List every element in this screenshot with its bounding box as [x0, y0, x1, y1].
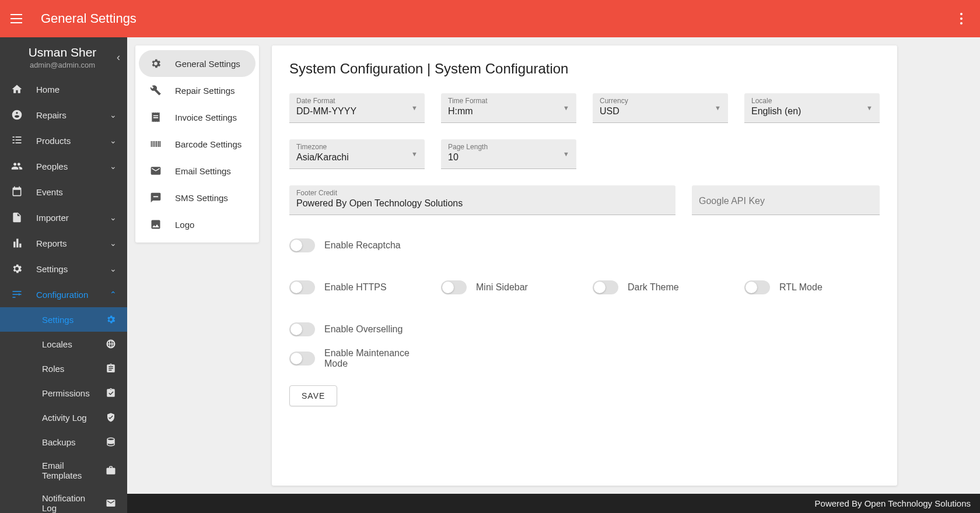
products-icon: [10, 134, 23, 147]
settings-nav-general[interactable]: General Settings: [139, 50, 256, 77]
gear-icon: [149, 57, 162, 70]
chevron-down-icon: ▼: [563, 104, 569, 111]
sidebar-item-importer[interactable]: Importer ⌄: [0, 205, 127, 230]
chevron-down-icon: ⌄: [110, 238, 117, 248]
mini-sidebar-toggle[interactable]: [441, 280, 467, 294]
sliders-icon: [10, 288, 23, 301]
sidebar-sub-settings[interactable]: Settings: [0, 307, 127, 332]
settings-nav-barcode[interactable]: Barcode Settings: [139, 131, 256, 157]
chevron-down-icon: ⌄: [110, 264, 117, 273]
chevron-down-icon: ⌄: [110, 136, 117, 145]
sidebar-item-settings[interactable]: Settings ⌄: [0, 256, 127, 282]
settings-nav-repair[interactable]: Repair Settings: [139, 77, 256, 104]
settings-nav-logo[interactable]: Logo: [139, 211, 256, 238]
clipboard-icon: [105, 363, 117, 374]
menu-icon[interactable]: [10, 10, 27, 27]
home-icon: [10, 83, 23, 96]
chevron-down-icon: ⌄: [110, 110, 117, 120]
sidebar-item-products[interactable]: Products ⌄: [0, 128, 127, 153]
sidebar-sub-notification-log[interactable]: Notification Log: [0, 487, 127, 513]
sidebar-sub-email-templates[interactable]: Email Templates: [0, 454, 127, 487]
sidebar-item-home[interactable]: Home: [0, 76, 127, 102]
chart-icon: [10, 237, 23, 250]
https-toggle[interactable]: [289, 280, 315, 294]
receipt-icon: [149, 111, 162, 124]
gear-icon: [105, 314, 117, 325]
sidebar: Usman Sher admin@admin.com ‹ Home Repair…: [0, 37, 127, 513]
sidebar-sub-locales[interactable]: Locales: [0, 332, 127, 356]
shield-icon: [105, 412, 117, 423]
settings-nav-email[interactable]: Email Settings: [139, 157, 256, 184]
database-icon: [105, 436, 117, 448]
clipboard-check-icon: [105, 387, 117, 399]
sidebar-item-repairs[interactable]: Repairs ⌄: [0, 102, 127, 128]
page-title: General Settings: [41, 11, 136, 26]
mail-icon: [105, 497, 117, 509]
footer-credit-input[interactable]: Footer Credit Powered By Open Technology…: [289, 185, 676, 215]
user-name: Usman Sher: [8, 45, 117, 59]
sidebar-item-configuration[interactable]: Configuration ⌃: [0, 282, 127, 307]
barcode-icon: [149, 138, 162, 150]
google-api-input[interactable]: Google API Key: [692, 185, 880, 215]
settings-nav-invoice[interactable]: Invoice Settings: [139, 104, 256, 131]
chevron-down-icon: ⌄: [110, 161, 117, 171]
mail-icon: [149, 164, 162, 177]
footer-credit: Powered By Open Technology Solutions: [127, 494, 980, 513]
wrench-icon: [149, 84, 162, 97]
overselling-toggle[interactable]: [289, 322, 315, 336]
dark-theme-toggle[interactable]: [593, 280, 618, 294]
timezone-select[interactable]: Timezone Asia/Karachi ▼: [289, 139, 425, 169]
chevron-down-icon: ▼: [866, 104, 873, 111]
sms-icon: [149, 191, 162, 204]
more-icon[interactable]: [953, 10, 970, 27]
people-icon: [10, 160, 23, 173]
card-title: System Configuration | System Configurat…: [289, 61, 880, 77]
image-icon: [149, 218, 162, 231]
save-button[interactable]: SAVE: [289, 385, 337, 406]
recaptcha-toggle[interactable]: [289, 238, 315, 252]
sidebar-sub-activity-log[interactable]: Activity Log: [0, 405, 127, 430]
chevron-up-icon: ⌃: [110, 290, 117, 299]
repairs-icon: [10, 108, 23, 121]
sidebar-sub-roles[interactable]: Roles: [0, 356, 127, 381]
date-format-select[interactable]: Date Format DD-MM-YYYY ▼: [289, 93, 425, 123]
user-block: Usman Sher admin@admin.com ‹: [0, 37, 127, 76]
user-email: admin@admin.com: [8, 61, 117, 69]
time-format-select[interactable]: Time Format H:mm ▼: [441, 93, 576, 123]
locale-select[interactable]: Locale English (en) ▼: [744, 93, 880, 123]
calendar-icon: [10, 185, 23, 198]
globe-icon: [105, 338, 117, 350]
chevron-down-icon: ▼: [715, 104, 721, 111]
chevron-down-icon: ▼: [563, 150, 569, 157]
sidebar-sub-permissions[interactable]: Permissions: [0, 381, 127, 405]
rtl-toggle[interactable]: [744, 280, 770, 294]
settings-nav: General Settings Repair Settings Invoice…: [135, 45, 259, 243]
maintenance-toggle[interactable]: [289, 352, 315, 366]
page-length-select[interactable]: Page Length 10 ▼: [441, 139, 576, 169]
file-icon: [10, 211, 23, 224]
sidebar-sub-backups[interactable]: Backups: [0, 430, 127, 454]
config-card: System Configuration | System Configurat…: [272, 45, 897, 486]
chevron-down-icon: ▼: [411, 104, 418, 111]
currency-select[interactable]: Currency USD ▼: [593, 93, 728, 123]
briefcase-icon: [105, 465, 117, 476]
chevron-left-icon[interactable]: ‹: [117, 51, 120, 64]
sidebar-item-events[interactable]: Events: [0, 179, 127, 205]
chevron-down-icon: ⌄: [110, 213, 117, 222]
gear-icon: [10, 262, 23, 275]
sidebar-item-reports[interactable]: Reports ⌄: [0, 230, 127, 256]
chevron-down-icon: ▼: [411, 150, 418, 157]
sidebar-item-peoples[interactable]: Peoples ⌄: [0, 153, 127, 179]
settings-nav-sms[interactable]: SMS Settings: [139, 184, 256, 211]
topbar: General Settings: [0, 0, 980, 37]
